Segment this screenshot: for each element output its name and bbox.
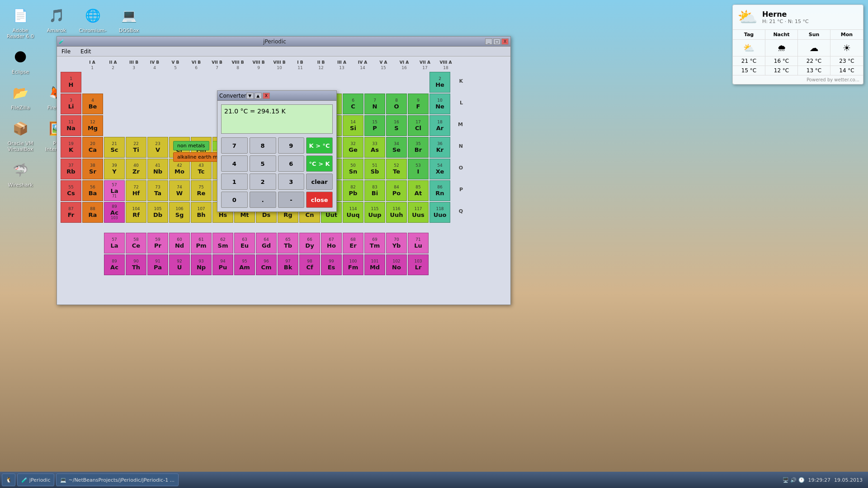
element-pm-lant[interactable]: 61Pm <box>191 233 212 253</box>
element-ne[interactable]: 10Ne <box>429 94 450 114</box>
element-y[interactable]: 39Y <box>104 159 125 179</box>
element-br[interactable]: 35Br <box>408 137 429 158</box>
start-button[interactable]: 🐧 <box>2 474 15 486</box>
element-lu-lant[interactable]: 71Lu <box>408 233 429 253</box>
converter-titlebar[interactable]: Converter ▼ ▲ X <box>217 91 336 101</box>
minimize-button[interactable]: _ <box>485 38 492 45</box>
element-li[interactable]: 3Li <box>61 94 81 114</box>
element-te[interactable]: 52Te <box>386 159 407 179</box>
key-8[interactable]: 8 <box>250 137 276 154</box>
element-db[interactable]: 105Db <box>147 202 168 223</box>
element-eu-lant[interactable]: 63Eu <box>234 233 255 253</box>
key-5[interactable]: 5 <box>250 155 276 172</box>
element-ac[interactable]: 89Ac103 <box>104 202 125 223</box>
element-es-act[interactable]: 99Es <box>321 254 342 275</box>
element-cs[interactable]: 55Cs <box>61 180 81 201</box>
element-se[interactable]: 34Se <box>386 137 407 158</box>
element-u-act[interactable]: 92U <box>169 254 190 275</box>
element-tb-lant[interactable]: 65Tb <box>278 233 298 253</box>
element-i[interactable]: 53I <box>408 159 429 179</box>
key-7[interactable]: 7 <box>221 137 248 154</box>
element-c[interactable]: 6C <box>343 94 363 114</box>
element-be[interactable]: 4Be <box>82 94 103 114</box>
element-la[interactable]: 57La71 <box>104 180 125 201</box>
element-bi[interactable]: 83Bi <box>364 180 385 201</box>
element-ce-lant[interactable]: 58Ce <box>126 233 146 253</box>
element-na[interactable]: 11Na <box>61 115 81 136</box>
key-neg[interactable]: - <box>278 192 305 208</box>
element-nb[interactable]: 41Nb <box>147 159 168 179</box>
element-cm-act[interactable]: 96Cm <box>256 254 277 275</box>
element-at[interactable]: 85At <box>408 180 429 201</box>
element-po[interactable]: 84Po <box>386 180 407 201</box>
element-si[interactable]: 14Si <box>343 115 363 136</box>
element-as[interactable]: 33As <box>364 137 385 158</box>
menu-edit[interactable]: Edit <box>78 47 94 56</box>
element-sr[interactable]: 38Sr <box>82 159 103 179</box>
element-h[interactable]: 1H <box>61 72 81 93</box>
element-xe[interactable]: 54Xe <box>429 159 450 179</box>
converter-minimize[interactable]: ▼ <box>246 93 254 99</box>
element-mg[interactable]: 12Mg <box>82 115 103 136</box>
element-gd-lant[interactable]: 64Gd <box>256 233 277 253</box>
element-sm-lant[interactable]: 62Sm <box>212 233 233 253</box>
key-close[interactable]: close <box>306 192 333 208</box>
element-fr[interactable]: 87Fr <box>61 202 81 223</box>
icon-amarok[interactable]: 🎵 Amarok <box>41 5 72 39</box>
key-9[interactable]: 9 <box>278 137 305 154</box>
icon-filezilla[interactable]: 📂 FileZilla <box>5 82 36 111</box>
key-4[interactable]: 4 <box>221 155 248 172</box>
element-dy-lant[interactable]: 66Dy <box>299 233 320 253</box>
element-tm-lant[interactable]: 69Tm <box>364 233 385 253</box>
key-3[interactable]: 3 <box>278 174 305 190</box>
icon-eclipse[interactable]: 🌑 Eclipse <box>5 46 36 75</box>
taskbar-jperiodic[interactable]: 🧪 jPeriodic <box>17 474 54 486</box>
icon-oracle-vm[interactable]: 📦 Oracle VMVirtualBox <box>5 117 36 152</box>
key-2[interactable]: 2 <box>250 174 276 190</box>
element-sc[interactable]: 21Sc <box>104 137 125 158</box>
element-v[interactable]: 23V <box>147 137 168 158</box>
element-sn[interactable]: 50Sn <box>343 159 363 179</box>
element-uus[interactable]: 117Uus <box>408 202 429 223</box>
maximize-button[interactable]: □ <box>493 38 500 45</box>
key-0[interactable]: 0 <box>221 192 248 208</box>
element-th-act[interactable]: 90Th <box>126 254 146 275</box>
element-rb[interactable]: 37Rb <box>61 159 81 179</box>
element-pu-act[interactable]: 94Pu <box>212 254 233 275</box>
element-md-act[interactable]: 101Md <box>364 254 385 275</box>
key-dot[interactable]: . <box>250 192 276 208</box>
element-kr[interactable]: 36Kr <box>429 137 450 158</box>
element-uuh[interactable]: 116Uuh <box>386 202 407 223</box>
element-fm-act[interactable]: 100Fm <box>343 254 363 275</box>
element-np-act[interactable]: 93Np <box>191 254 212 275</box>
converter-close-btn[interactable]: X <box>263 93 270 99</box>
element-ho-lant[interactable]: 67Ho <box>321 233 342 253</box>
element-er-lant[interactable]: 68Er <box>343 233 363 253</box>
element-bk-act[interactable]: 97Bk <box>278 254 298 275</box>
legend-nonmetals[interactable]: non metals <box>173 141 209 150</box>
element-ac-act[interactable]: 89Ac <box>104 254 125 275</box>
key-1[interactable]: 1 <box>221 174 248 190</box>
element-pa-act[interactable]: 91Pa <box>147 254 168 275</box>
element-cl[interactable]: 17Cl <box>408 115 429 136</box>
element-o[interactable]: 8O <box>386 94 407 114</box>
icon-dosbox[interactable]: 💻 DOSBox <box>113 5 145 39</box>
element-s[interactable]: 16S <box>386 115 407 136</box>
element-rf[interactable]: 104Rf <box>126 202 146 223</box>
element-ba[interactable]: 56Ba <box>82 180 103 201</box>
element-w[interactable]: 74W <box>169 180 190 201</box>
converter-maximize[interactable]: ▲ <box>255 93 262 99</box>
element-ca[interactable]: 20Ca <box>82 137 103 158</box>
element-cf-act[interactable]: 98Cf <box>299 254 320 275</box>
element-ar[interactable]: 18Ar <box>429 115 450 136</box>
element-sg[interactable]: 106Sg <box>169 202 190 223</box>
key-clear[interactable]: clear <box>306 174 333 190</box>
element-uuo[interactable]: 118Uuo <box>429 202 450 223</box>
element-ti[interactable]: 22Ti <box>126 137 146 158</box>
icon-wireshark[interactable]: 🦈 Wireshark <box>5 159 36 188</box>
icon-chromium[interactable]: 🌐 Chromium- <box>77 5 108 39</box>
element-p[interactable]: 15P <box>364 115 385 136</box>
element-uuq[interactable]: 114Uuq <box>343 202 363 223</box>
element-ta[interactable]: 73Ta <box>147 180 168 201</box>
element-pr-lant[interactable]: 59Pr <box>147 233 168 253</box>
